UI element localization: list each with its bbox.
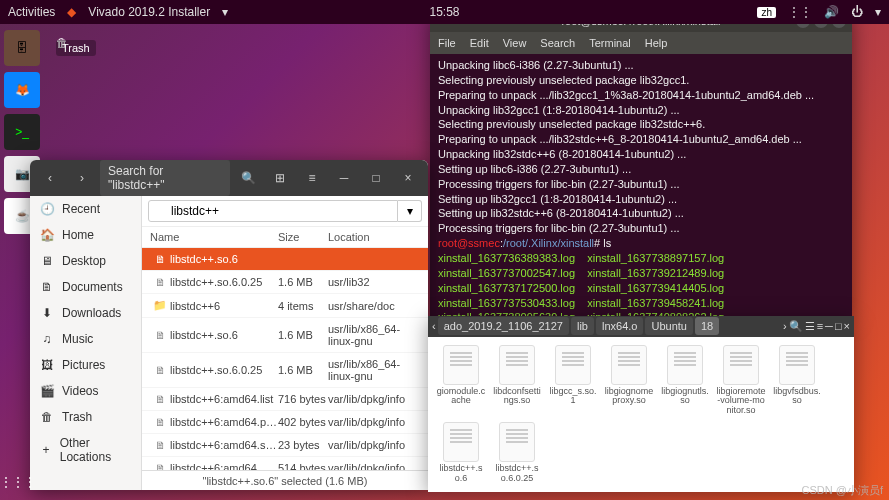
gnome-topbar: Activities ◆ Vivado 2019.2 Installer ▾ 1… (0, 0, 889, 24)
files-window-secondary: ‹ ado_2019.2_1106_2127liblnx64.oUbuntu18… (428, 316, 854, 492)
firefox-launcher[interactable]: 🦊 (4, 72, 40, 108)
minimize-button[interactable]: ─ (330, 165, 358, 191)
power-icon[interactable]: ⏻ (851, 5, 863, 19)
menu-search[interactable]: Search (540, 37, 575, 49)
grid-file-item[interactable]: libdconfsettings.so (492, 345, 542, 417)
back-button[interactable]: ‹ (432, 320, 436, 332)
menu-icon[interactable]: ≡ (298, 165, 326, 191)
search-icon[interactable]: 🔍 (789, 320, 803, 333)
sidebar-item-videos[interactable]: 🎬Videos (30, 378, 141, 404)
filter-input[interactable] (148, 200, 398, 222)
menu-file[interactable]: File (438, 37, 456, 49)
menu-edit[interactable]: Edit (470, 37, 489, 49)
sidebar-item-recent[interactable]: 🕘Recent (30, 196, 141, 222)
files-launcher[interactable]: 🗄 (4, 30, 40, 66)
file-row[interactable]: 🗎libstdc++.so.6.0.251.6 MBusr/lib32 (142, 271, 428, 294)
files-headerbar: ‹ › Search for "libstdc++" 🔍 ⊞ ≡ ─ □ × (30, 160, 428, 196)
minimize-button[interactable]: ─ (825, 320, 833, 332)
file-row[interactable]: 🗎libstdc++.so.6 (142, 248, 428, 271)
grid-file-item[interactable]: libgiognomeproxy.so (604, 345, 654, 417)
breadcrumb-segment[interactable]: lnx64.o (596, 317, 643, 335)
grid-file-item[interactable]: libgiognutls.so (660, 345, 710, 417)
grid-file-item[interactable]: libgvfsdbus.so (772, 345, 822, 417)
sidebar-item-pictures[interactable]: 🖼Pictures (30, 352, 141, 378)
app-menu[interactable]: Vivado 2019.2 Installer (88, 5, 210, 19)
watermark: CSDN @小演员f (802, 483, 883, 498)
grid-file-item[interactable]: giomodule.cache (436, 345, 486, 417)
activities-button[interactable]: Activities (8, 5, 55, 19)
terminal-launcher[interactable]: >_ (4, 114, 40, 150)
statusbar: "libstdc++.so.6" selected (1.6 MB) (142, 470, 428, 490)
grid-file-item[interactable]: libgioremote-volume-monitor.so (716, 345, 766, 417)
grid-view-icon[interactable]: ⊞ (266, 165, 294, 191)
wifi-icon[interactable]: ⋮⋮ (788, 5, 812, 19)
input-source[interactable]: zh (757, 7, 776, 18)
file-row[interactable]: 🗎libstdc++6:amd64.prerm402 bytesvar/lib/… (142, 411, 428, 434)
file-list: 🗎libstdc++.so.6🗎libstdc++.so.6.0.251.6 M… (142, 248, 428, 470)
search-icon[interactable]: 🔍 (234, 165, 262, 191)
volume-icon[interactable]: 🔊 (824, 5, 839, 19)
sidebar-item-desktop[interactable]: 🖥Desktop (30, 248, 141, 274)
breadcrumb-segment[interactable]: Ubuntu (645, 317, 692, 335)
sidebar-item-home[interactable]: 🏠Home (30, 222, 141, 248)
sidebar-item-music[interactable]: ♫Music (30, 326, 141, 352)
menu-view[interactable]: View (503, 37, 527, 49)
terminal-window: root@ssmec: /root/.Xilinx/xinstall FileE… (430, 10, 852, 316)
grid-file-item[interactable]: libstdc++.so.6 (436, 422, 486, 484)
menu-icon[interactable]: ≡ (817, 320, 823, 332)
trash-label: Trash (56, 40, 96, 56)
file-row[interactable]: 🗎libstdc++6:amd64.shlibs23 bytesvar/lib/… (142, 434, 428, 457)
list-view-icon[interactable]: ☰ (805, 320, 815, 333)
files-window: ‹ › Search for "libstdc++" 🔍 ⊞ ≡ ─ □ × 🕘… (30, 160, 428, 490)
files2-grid: giomodule.cachelibdconfsettings.solibgcc… (428, 337, 854, 492)
file-row[interactable]: 🗎libstdc++6:amd64.list716 bytesvar/lib/d… (142, 388, 428, 411)
maximize-button[interactable]: □ (362, 165, 390, 191)
grid-file-item[interactable]: libstdc++.so.6.0.25 (492, 422, 542, 484)
terminal-menubar: FileEditViewSearchTerminalHelp (430, 32, 852, 54)
close-button[interactable]: × (844, 320, 850, 332)
show-applications-icon[interactable]: ⋮⋮⋮ (6, 470, 30, 494)
breadcrumb-segment[interactable]: lib (571, 317, 594, 335)
file-row[interactable]: 🗎libstdc++6:amd64.md5sums514 bytesvar/li… (142, 457, 428, 470)
menu-help[interactable]: Help (645, 37, 668, 49)
clock[interactable]: 15:58 (429, 5, 459, 19)
sidebar-item-documents[interactable]: 🗎Documents (30, 274, 141, 300)
breadcrumb-segment[interactable]: 18 (695, 317, 719, 335)
pathbar[interactable]: Search for "libstdc++" (100, 160, 230, 196)
filter-dropdown[interactable]: ▾ (398, 200, 422, 222)
file-row[interactable]: 🗎libstdc++.so.6.0.251.6 MBusr/lib/x86_64… (142, 353, 428, 388)
terminal-output[interactable]: Unpacking libc6-i386 (2.27-3ubuntu1) ...… (430, 54, 852, 316)
chevron-down-icon[interactable]: ▾ (875, 5, 881, 19)
files2-headerbar: ‹ ado_2019.2_1106_2127liblnx64.oUbuntu18… (428, 316, 854, 337)
files-sidebar: 🕘Recent🏠Home🖥Desktop🗎Documents⬇Downloads… (30, 196, 142, 490)
sidebar-item-other-locations[interactable]: +Other Locations (30, 430, 141, 470)
chevron-down-icon: ▾ (222, 5, 228, 19)
sidebar-item-trash[interactable]: 🗑Trash (30, 404, 141, 430)
forward-crumb-icon[interactable]: › (783, 320, 787, 332)
file-row[interactable]: 🗎libstdc++.so.61.6 MBusr/lib/x86_64-linu… (142, 318, 428, 353)
sidebar-item-downloads[interactable]: ⬇Downloads (30, 300, 141, 326)
grid-file-item[interactable]: libgcc_s.so.1 (548, 345, 598, 417)
menu-terminal[interactable]: Terminal (589, 37, 631, 49)
breadcrumb-segment[interactable]: ado_2019.2_1106_2127 (438, 317, 569, 335)
back-button[interactable]: ‹ (36, 165, 64, 191)
file-row[interactable]: 📁libstdc++64 itemsusr/share/doc (142, 294, 428, 318)
close-button[interactable]: × (394, 165, 422, 191)
forward-button[interactable]: › (68, 165, 96, 191)
maximize-button[interactable]: □ (835, 320, 842, 332)
column-headers[interactable]: NameSizeLocation (142, 227, 428, 248)
